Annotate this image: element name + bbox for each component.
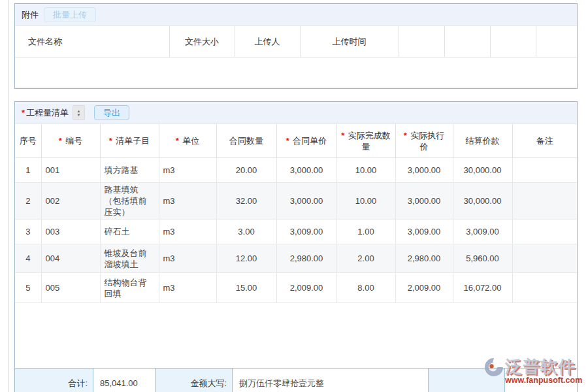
boq-cell: 10.00 — [336, 158, 395, 183]
boq-table-row[interactable]: 5005结构物台背回填m315.002,009.008.002,009.0016… — [15, 273, 577, 303]
boq-panel: * 工程量清单 ▲ ▼ 导出 序号* 编号* 清单子目* 单位合同数量* 合同单… — [14, 101, 578, 392]
boq-column-header: * 单位 — [159, 124, 216, 158]
boq-cell: 碎石土 — [100, 220, 159, 244]
sort-spinner-icon[interactable]: ▲ ▼ — [73, 105, 85, 120]
boq-column-header: 合同数量 — [216, 124, 276, 158]
attachments-empty-column-header — [536, 26, 577, 57]
boq-table-row[interactable]: 1001填方路基m320.003,000.0010.003,000.0030,0… — [15, 158, 577, 183]
boq-cell — [512, 273, 577, 303]
summary-bar: 合计: 85,041.00 金额大写: 捌万伍仟零肆拾壹元整 — [15, 368, 577, 392]
summary-empty-value-cell — [504, 368, 577, 392]
boq-cell: 4 — [15, 244, 41, 273]
boq-column-header: * 实际完成数量 — [336, 124, 395, 158]
attachments-column-header: 文件大小 — [169, 26, 235, 57]
boq-cell: 30,000.00 — [453, 158, 512, 183]
boq-cell: 002 — [41, 183, 100, 220]
export-button[interactable]: 导出 — [94, 105, 129, 120]
attachments-empty-area — [15, 57, 577, 88]
boq-header-row: 序号* 编号* 清单子目* 单位合同数量* 合同单价* 实际完成数量* 实际执行… — [15, 124, 577, 158]
boq-cell: 2,980.00 — [395, 244, 453, 273]
boq-cell — [512, 220, 577, 244]
boq-cell: 1 — [15, 158, 41, 183]
boq-column-header: * 清单子目 — [100, 124, 159, 158]
boq-cell: 路基填筑（包括填前压实） — [100, 183, 159, 220]
attachments-column-header: 上传人 — [235, 26, 300, 57]
total-label: 合计: — [15, 368, 93, 392]
boq-column-header: * 合同单价 — [276, 124, 336, 158]
attachments-column-header: 上传时间 — [300, 26, 399, 57]
boq-cell: 30,000.00 — [453, 183, 512, 220]
boq-cell: 12.00 — [216, 244, 276, 273]
boq-table-row[interactable]: 4004锥坡及台前溜坡填土m312.002,980.002.002,980.00… — [15, 244, 577, 273]
boq-cell: 2.00 — [336, 244, 395, 273]
boq-table-row[interactable]: 3003碎石土m33.003,009.001.003,009.003,009.0… — [15, 220, 577, 244]
attachments-table: 文件名称文件大小上传人上传时间 — [15, 26, 577, 88]
boq-cell: 5 — [15, 273, 41, 303]
boq-cell: 1.00 — [336, 220, 395, 244]
boq-cell: 005 — [41, 273, 100, 303]
boq-cell: 001 — [41, 158, 100, 183]
boq-cell: 004 — [41, 244, 100, 273]
boq-column-header: 备注 — [512, 124, 577, 158]
boq-cell: 20.00 — [216, 158, 276, 183]
boq-cell: 3,000.00 — [276, 183, 336, 220]
total-value: 85,041.00 — [93, 368, 155, 392]
boq-cell: 8.00 — [336, 273, 395, 303]
boq-title: 工程量清单 — [26, 107, 69, 119]
boq-cell: 结构物台背回填 — [100, 273, 159, 303]
boq-cell: 32.00 — [216, 183, 276, 220]
required-asterisk: * — [59, 136, 65, 146]
boq-cell: 3,009.00 — [395, 220, 453, 244]
boq-column-header: * 编号 — [41, 124, 100, 158]
boq-cell: 3 — [15, 220, 41, 244]
boq-cell: m3 — [159, 220, 216, 244]
boq-panel-header: * 工程量清单 ▲ ▼ 导出 — [15, 102, 577, 124]
attachments-title: 附件 — [22, 9, 39, 21]
boq-cell — [512, 183, 577, 220]
boq-cell: 15.00 — [216, 273, 276, 303]
attachments-empty-column-header — [444, 26, 490, 57]
boq-table-row[interactable]: 2002路基填筑（包括填前压实）m332.003,000.0010.003,00… — [15, 183, 577, 220]
boq-cell: 3,000.00 — [395, 183, 453, 220]
boq-cell: 锥坡及台前溜坡填土 — [100, 244, 159, 273]
boq-cell: 3,000.00 — [276, 158, 336, 183]
boq-cell: m3 — [159, 273, 216, 303]
boq-cell: 3.00 — [216, 220, 276, 244]
boq-table: 序号* 编号* 清单子目* 单位合同数量* 合同单价* 实际完成数量* 实际执行… — [15, 124, 577, 303]
boq-cell: 16,072.00 — [453, 273, 512, 303]
attachments-panel-header: 附件 批量上传 — [15, 4, 577, 26]
required-asterisk: * — [109, 136, 115, 146]
boq-cell: 003 — [41, 220, 100, 244]
boq-cell — [512, 244, 577, 273]
boq-cell: 2,009.00 — [276, 273, 336, 303]
amount-words-value: 捌万伍仟零肆拾壹元整 — [232, 368, 428, 392]
boq-cell: 填方路基 — [100, 158, 159, 183]
boq-cell: 10.00 — [336, 183, 395, 220]
boq-cell: 5,960.00 — [453, 244, 512, 273]
boq-cell: m3 — [159, 244, 216, 273]
attachments-panel: 附件 批量上传 文件名称文件大小上传人上传时间 — [14, 3, 578, 89]
required-asterisk: * — [404, 131, 410, 140]
boq-cell: m3 — [159, 158, 216, 183]
boq-cell: 3,000.00 — [395, 158, 453, 183]
boq-column-header: * 实际执行价 — [395, 124, 453, 158]
sort-down-icon: ▼ — [77, 113, 81, 117]
attachments-header-row: 文件名称文件大小上传人上传时间 — [15, 26, 577, 57]
required-asterisk: * — [22, 108, 25, 118]
batch-upload-button[interactable]: 批量上传 — [44, 7, 96, 22]
boq-cell: 2,009.00 — [395, 273, 453, 303]
required-asterisk: * — [176, 136, 182, 146]
boq-cell: 3,009.00 — [453, 220, 512, 244]
boq-cell: m3 — [159, 183, 216, 220]
attachments-empty-column-header — [399, 26, 444, 57]
boq-cell: 3,009.00 — [276, 220, 336, 244]
summary-empty-label-cell — [428, 368, 504, 392]
boq-title-wrap: * 工程量清单 — [22, 107, 69, 119]
amount-words-label: 金额大写: — [155, 368, 232, 392]
required-asterisk: * — [341, 131, 347, 140]
boq-cell: 2,980.00 — [276, 244, 336, 273]
boq-column-header: 结算价款 — [453, 124, 512, 158]
attachments-empty-column-header — [490, 26, 536, 57]
attachments-empty-row — [15, 57, 577, 88]
attachments-column-header: 文件名称 — [15, 26, 169, 57]
